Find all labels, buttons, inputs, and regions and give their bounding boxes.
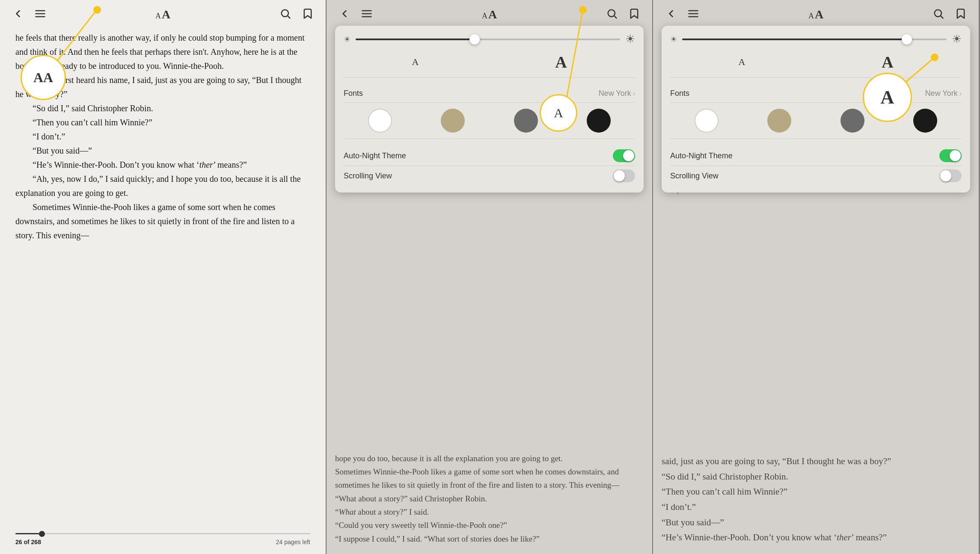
scrolling-row-2: Scrolling View (344, 166, 635, 186)
brightness-thumb-2[interactable] (469, 34, 480, 44)
progress-dot-1 (39, 531, 45, 537)
auto-night-toggle-3[interactable] (939, 149, 962, 162)
font-a-small-3[interactable]: A (738, 56, 745, 68)
lower-para-3-1: said, just as you are going to say, “But… (662, 454, 970, 469)
bookmark-icon-1[interactable] (302, 8, 314, 21)
lower-para-3-5: “But you said—” (662, 515, 970, 530)
brightness-fill-2 (356, 39, 475, 40)
para-1-7: “He’s Winnie-ther-Pooh. Don’t you know w… (15, 158, 310, 172)
para-1-8: “Ah, yes, now I do,” I said quickly; and… (15, 172, 310, 200)
font-size-control-3[interactable]: A A (808, 8, 823, 21)
nav-right-3 (932, 8, 967, 21)
theme-gray-3[interactable] (840, 109, 864, 133)
para-1-1: he feels that there really is another wa… (15, 31, 310, 73)
scrolling-label-2: Scrolling View (344, 172, 392, 181)
fonts-label-3: Fonts (670, 89, 689, 98)
theme-tan-2[interactable] (441, 109, 465, 133)
fonts-value-text-2: New York (599, 89, 631, 98)
screen3: A A bel- far con he wa for the isn tor y… (653, 0, 980, 554)
font-small-a-3: A (808, 12, 814, 21)
theme-white-3[interactable] (695, 109, 719, 133)
scrolling-toggle-2[interactable] (613, 169, 635, 182)
font-a-small-2[interactable]: A (412, 56, 419, 68)
theme-circles-3 (670, 109, 962, 139)
svg-line-16 (941, 16, 943, 18)
nav-right-1 (279, 8, 314, 21)
list-icon-3[interactable] (687, 8, 699, 21)
font-size-control-1[interactable]: A A (155, 8, 170, 21)
lower-para-2-3: “What about a story?” said Christopher R… (335, 492, 644, 505)
font-small-a-2: A (482, 12, 487, 21)
back-icon-3[interactable] (665, 8, 677, 21)
scrolling-toggle-3[interactable] (939, 169, 962, 182)
font-small-a-1: A (155, 12, 161, 21)
scrolling-knob-3 (940, 170, 951, 181)
search-icon-1[interactable] (279, 8, 291, 21)
lower-para-3-6: “He’s Winnie-ther-Pooh. Don’t you know w… (662, 530, 970, 545)
fonts-value-3: New York › (925, 89, 962, 98)
font-a-large-2[interactable]: A (555, 53, 567, 71)
brightness-slider-2[interactable] (356, 39, 620, 40)
back-icon-2[interactable] (339, 8, 350, 21)
theme-circles-2 (344, 109, 635, 139)
theme-gray-2[interactable] (514, 109, 538, 133)
bookmark-icon-2[interactable] (628, 8, 640, 21)
fonts-row-3[interactable]: Fonts New York › (670, 85, 962, 103)
brightness-fill-3 (682, 39, 907, 40)
theme-black-3[interactable] (913, 109, 937, 133)
font-size-row-2: A A (344, 53, 635, 78)
lower-para-2-1: hope you do too, because it is all the e… (335, 452, 644, 465)
auto-night-knob-3 (950, 150, 961, 161)
bookmark-icon-3[interactable] (955, 8, 967, 21)
brightness-thumb-3[interactable] (902, 34, 912, 44)
search-icon-2[interactable] (606, 8, 618, 21)
nav-left-2 (339, 8, 373, 21)
sun-small-icon-3: ☀ (670, 35, 677, 44)
page-info-1: 26 of 268 24 pages left (15, 539, 310, 545)
auto-night-row-3: Auto-Night Theme (670, 146, 962, 166)
brightness-row-2: ☀ ☀ (344, 33, 635, 46)
lower-para-3-3: “Then you can’t call him Winnie?” (662, 484, 970, 500)
theme-white-2[interactable] (368, 109, 392, 133)
popup-panel-2: ☀ ☀ A A Fonts New York › (335, 26, 644, 193)
svg-line-4 (288, 16, 290, 18)
para-1-4: “Then you can’t call him Winnie?” (15, 116, 310, 130)
list-icon-2[interactable] (361, 8, 373, 21)
font-size-control-2[interactable]: A A (482, 8, 497, 21)
list-icon-1[interactable] (34, 8, 46, 21)
theme-tan-3[interactable] (767, 109, 791, 133)
sun-large-icon-2: ☀ (625, 33, 635, 46)
font-a-large-3[interactable]: A (882, 53, 893, 71)
scrolling-label-3: Scrolling View (670, 172, 719, 181)
lower-para-2-2: Sometimes Winnie-the-Pooh likes a game o… (335, 465, 644, 492)
fonts-row-2[interactable]: Fonts New York › (344, 85, 635, 103)
lower-content-2: hope you do too, because it is all the e… (335, 452, 644, 545)
font-large-a-3: A (815, 8, 823, 21)
brightness-slider-3[interactable] (682, 39, 947, 40)
nav-bar-2: A A (327, 0, 652, 27)
auto-night-toggle-2[interactable] (613, 149, 635, 162)
scrolling-knob-2 (614, 170, 625, 181)
para-1-5: “I don’t.” (15, 130, 310, 144)
nav-bar-3: A A (653, 0, 979, 27)
screen1: A A he feels that there really is anothe… (0, 0, 327, 554)
font-size-row-3: A A (670, 53, 962, 78)
brightness-row-3: ☀ ☀ (670, 33, 962, 46)
progress-bar-1[interactable] (15, 533, 310, 534)
search-icon-3[interactable] (932, 8, 944, 21)
fonts-label-2: Fonts (344, 89, 363, 98)
pages-left-1: 24 pages left (276, 539, 310, 545)
para-1-2: When I first heard his name, I said, jus… (15, 73, 310, 101)
fonts-value-2: New York › (599, 89, 635, 98)
theme-black-2[interactable] (587, 109, 611, 133)
para-1-9: Sometimes Winnie-the-Pooh likes a game o… (15, 200, 310, 243)
page-current-1: 26 of 268 (15, 539, 41, 545)
fonts-value-text-3: New York (925, 89, 958, 98)
para-1-6: “But you said—” (15, 144, 310, 158)
progress-fill-1 (15, 533, 42, 534)
auto-night-label-2: Auto-Night Theme (344, 151, 406, 160)
bottom-bar-1: 26 of 268 24 pages left (0, 528, 326, 554)
back-icon-1[interactable] (12, 8, 24, 21)
lower-para-3-2: “So did I,” said Christopher Robin. (662, 469, 970, 485)
auto-night-knob-2 (623, 150, 634, 161)
